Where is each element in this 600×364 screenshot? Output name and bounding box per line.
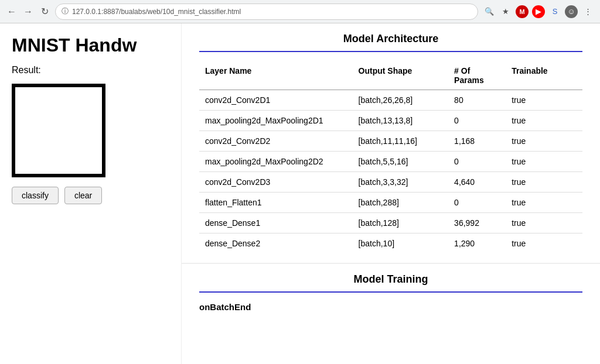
cell-trainable-1: true (506, 111, 582, 131)
cell-params-0: 80 (448, 90, 506, 111)
cell-shape-5: [batch,288] (353, 193, 449, 213)
classify-button[interactable]: classify (12, 187, 59, 204)
back-button[interactable]: ← (6, 6, 18, 18)
table-row: conv2d_Conv2D2 [batch,11,11,16] 1,168 tr… (199, 131, 582, 152)
extension-icon-3[interactable]: S (548, 5, 561, 18)
cell-layer-2: conv2d_Conv2D2 (199, 131, 353, 152)
cell-trainable-3: true (506, 152, 582, 172)
cell-shape-7: [batch,10] (353, 233, 449, 254)
table-row: max_pooling2d_MaxPooling2D2 [batch,5,5,1… (199, 152, 582, 172)
cell-trainable-4: true (506, 172, 582, 193)
page-title: MNIST Handw (12, 35, 169, 56)
cell-layer-0: conv2d_Conv2D1 (199, 90, 353, 111)
table-row: conv2d_Conv2D1 [batch,26,26,8] 80 true (199, 90, 582, 111)
cell-params-3: 0 (448, 152, 506, 172)
button-row: classify clear (12, 187, 169, 204)
forward-button[interactable]: → (22, 6, 34, 18)
refresh-button[interactable]: ↻ (39, 6, 50, 18)
on-batch-end-label: onBatchEnd (199, 302, 582, 312)
cell-params-7: 1,290 (448, 233, 506, 254)
address-bar[interactable]: ⓘ 127.0.0.1:8887/bualabs/web/10d_mnist_c… (55, 4, 478, 20)
cell-shape-3: [batch,5,5,16] (353, 152, 449, 172)
profile-icon[interactable]: ☺ (565, 5, 578, 18)
left-panel: MNIST Handw Result: classify clear (0, 23, 182, 364)
drawing-canvas[interactable] (12, 84, 105, 177)
cell-trainable-6: true (506, 213, 582, 233)
cell-params-4: 4,640 (448, 172, 506, 193)
model-training-section: Model Training onBatchEnd (182, 263, 600, 318)
search-icon[interactable]: 🔍 (483, 5, 496, 18)
cell-shape-0: [batch,26,26,8] (353, 90, 449, 111)
table-header-row: Layer Name Output Shape # Of Params Trai… (199, 61, 582, 90)
cell-shape-1: [batch,13,13,8] (353, 111, 449, 131)
browser-chrome: ← → ↻ ⓘ 127.0.0.1:8887/bualabs/web/10d_m… (0, 0, 600, 23)
cell-layer-5: flatten_Flatten1 (199, 193, 353, 213)
cell-params-5: 0 (448, 193, 506, 213)
cell-trainable-0: true (506, 90, 582, 111)
cell-layer-7: dense_Dense2 (199, 233, 353, 254)
training-section-divider (199, 291, 582, 293)
col-header-params: # Of Params (448, 61, 506, 90)
model-architecture-section: Model Architecture Layer Name Output Sha… (182, 23, 600, 263)
table-body: conv2d_Conv2D1 [batch,26,26,8] 80 true m… (199, 90, 582, 254)
table-row: dense_Dense2 [batch,10] 1,290 true (199, 233, 582, 254)
table-row: dense_Dense1 [batch,128] 36,992 true (199, 213, 582, 233)
model-training-title: Model Training (199, 273, 582, 286)
col-header-trainable: Trainable (506, 61, 582, 90)
extension-icon-2[interactable]: ▶ (532, 5, 545, 18)
cell-shape-6: [batch,128] (353, 213, 449, 233)
clear-button[interactable]: clear (64, 187, 102, 204)
table-row: flatten_Flatten1 [batch,288] 0 true (199, 193, 582, 213)
menu-icon[interactable]: ⋮ (581, 5, 594, 18)
cell-layer-1: max_pooling2d_MaxPooling2D1 (199, 111, 353, 131)
cell-params-6: 36,992 (448, 213, 506, 233)
result-label: Result: (12, 65, 169, 75)
col-header-layer: Layer Name (199, 61, 353, 90)
url-text: 127.0.0.1:8887/bualabs/web/10d_mnist_cla… (72, 8, 241, 16)
cell-params-2: 1,168 (448, 131, 506, 152)
cell-shape-4: [batch,3,3,32] (353, 172, 449, 193)
cell-trainable-2: true (506, 131, 582, 152)
cell-layer-4: conv2d_Conv2D3 (199, 172, 353, 193)
right-panel[interactable]: Model Architecture Layer Name Output Sha… (182, 23, 600, 364)
cell-params-1: 0 (448, 111, 506, 131)
lock-icon: ⓘ (62, 6, 69, 16)
cell-layer-3: max_pooling2d_MaxPooling2D2 (199, 152, 353, 172)
table-row: max_pooling2d_MaxPooling2D1 [batch,13,13… (199, 111, 582, 131)
browser-toolbar: 🔍 ★ M ▶ S ☺ ⋮ (483, 5, 594, 18)
col-header-shape: Output Shape (353, 61, 449, 90)
cell-layer-6: dense_Dense1 (199, 213, 353, 233)
section-divider (199, 51, 582, 52)
cell-shape-2: [batch,11,11,16] (353, 131, 449, 152)
extension-icon-1[interactable]: M (516, 5, 529, 18)
model-architecture-title: Model Architecture (199, 33, 582, 45)
page-container: MNIST Handw Result: classify clear Model… (0, 23, 600, 364)
model-architecture-table: Layer Name Output Shape # Of Params Trai… (199, 61, 582, 253)
table-row: conv2d_Conv2D3 [batch,3,3,32] 4,640 true (199, 172, 582, 193)
bookmark-icon[interactable]: ★ (499, 5, 512, 18)
cell-trainable-7: true (506, 233, 582, 254)
cell-trainable-5: true (506, 193, 582, 213)
